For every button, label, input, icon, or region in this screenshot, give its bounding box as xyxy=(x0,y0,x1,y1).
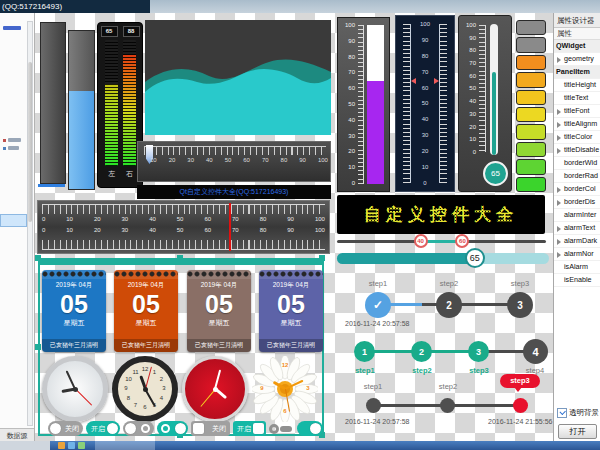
purple-bar-gauge: 1009080706050403020100 xyxy=(337,17,390,192)
calendar-widget: 2019年 04月 05 星期五 己亥猪年三月清明 xyxy=(114,270,178,352)
meter-ticks-right xyxy=(439,24,447,183)
property-row[interactable]: alarmNor xyxy=(554,248,600,261)
taskbar-app-icon[interactable] xyxy=(78,442,85,449)
property-row[interactable]: alarmText xyxy=(554,222,600,235)
scrollbar-thumb[interactable] xyxy=(28,62,32,222)
calendar-weekday: 星期五 xyxy=(114,318,178,328)
toggle-bar xyxy=(280,426,292,432)
step-label: step1 xyxy=(342,366,388,375)
battery-level-widget xyxy=(516,20,546,192)
selection-handle[interactable] xyxy=(35,255,41,261)
clock-center xyxy=(213,387,218,392)
list-item[interactable] xyxy=(8,138,21,142)
property-row[interactable]: titleHeight xyxy=(554,79,600,92)
step-dot[interactable] xyxy=(366,398,381,413)
meter-pointer-left-icon xyxy=(411,78,416,84)
step-circle[interactable]: 2 xyxy=(411,341,432,362)
property-row[interactable]: alarmDark xyxy=(554,235,600,248)
selection-handle[interactable] xyxy=(319,255,325,261)
step-circle-check[interactable]: ✓ xyxy=(365,292,391,318)
toggle-label: 开启 xyxy=(91,421,105,436)
toggle-key[interactable] xyxy=(269,424,293,434)
panel-title: 属性设计器 xyxy=(554,13,600,28)
progress-slider-fill xyxy=(337,253,475,264)
property-row[interactable]: borderWid xyxy=(554,157,600,170)
taskbar xyxy=(0,441,600,450)
ruler-ticks xyxy=(144,146,326,155)
step-dot[interactable] xyxy=(440,398,455,413)
thermometer-bulb: 65 xyxy=(483,161,508,186)
calendar-month: 2019年 04月 xyxy=(187,281,251,290)
calendar-month: 2019年 04月 xyxy=(42,281,106,290)
vu-column-right xyxy=(123,40,136,166)
calendar-spiral xyxy=(42,270,106,279)
calendar-spiral xyxy=(259,270,323,279)
property-row[interactable]: titleFont xyxy=(554,105,600,118)
vu-meter-values: 65 88 xyxy=(98,26,142,37)
property-column-header: 属性 xyxy=(554,28,600,40)
calendar-widget: 2019年 04月 05 星期五 己亥猪年三月清明 xyxy=(259,270,323,352)
range-slider-handle-high[interactable]: 60 xyxy=(455,234,469,248)
property-row[interactable]: isEnable xyxy=(554,274,600,287)
property-row[interactable]: geometry xyxy=(554,53,600,66)
selection-handle[interactable] xyxy=(177,255,183,261)
step-circle[interactable]: 4 xyxy=(523,339,548,364)
thermometer-scale: 1009080706050403020100 xyxy=(462,22,476,155)
vu-label-left: 左 xyxy=(105,169,118,179)
toggle-off-square[interactable]: 关闭 xyxy=(191,421,230,436)
list-item[interactable] xyxy=(8,146,19,150)
toggle-off-pill[interactable]: 关闭 xyxy=(48,421,83,436)
vu-value-right: 88 xyxy=(123,26,140,37)
list-item[interactable] xyxy=(3,26,21,30)
vu-column-left xyxy=(105,40,118,166)
property-row[interactable]: alarmInter xyxy=(554,209,600,222)
progress-slider-handle[interactable]: 65 xyxy=(465,248,485,268)
toggle-on-ring[interactable] xyxy=(157,421,188,436)
property-row[interactable]: titleAlignm xyxy=(554,118,600,131)
led-matrix-text: 自定义控件大全 xyxy=(364,203,518,226)
taskbar-app-icon[interactable] xyxy=(68,442,75,449)
property-row[interactable]: borderRad xyxy=(554,170,600,183)
step-circle[interactable]: 1 xyxy=(354,341,375,362)
toggle-label: 关闭 xyxy=(65,421,79,436)
taskbar-active-task[interactable] xyxy=(95,441,155,450)
property-row[interactable]: PanelItem xyxy=(554,66,600,79)
range-slider-handle-low[interactable]: 40 xyxy=(414,234,428,248)
property-row[interactable]: titleColor xyxy=(554,131,600,144)
ruler-ticks-bottom xyxy=(42,240,325,250)
property-row[interactable]: isAlarm xyxy=(554,261,600,274)
step-dot-active[interactable] xyxy=(513,398,528,413)
property-row[interactable]: titleDisable xyxy=(554,144,600,157)
window-titlebar: (QQ:517216493) xyxy=(0,0,600,13)
open-button[interactable]: 打开 xyxy=(558,424,597,439)
meter-ticks-left xyxy=(403,24,411,183)
property-designer-panel: 属性设计器 属性 QWidget geometry PanelItem titl… xyxy=(553,13,600,441)
toggle-on-square[interactable]: 开启 xyxy=(233,421,266,436)
property-row[interactable]: QWidget xyxy=(554,40,600,53)
toggle-knob xyxy=(193,423,204,434)
step-date: 2016-11-24 21:55:56 xyxy=(488,418,552,425)
property-row[interactable]: borderCol xyxy=(554,183,600,196)
datasource-tab[interactable]: 数据源 xyxy=(0,428,34,442)
list-item-selected[interactable] xyxy=(0,214,27,227)
step-circle[interactable]: 3 xyxy=(507,292,533,318)
step-label: step2 xyxy=(399,366,445,375)
transparent-background-checkbox[interactable]: 透明背景 xyxy=(557,408,599,418)
property-row[interactable]: borderDis xyxy=(554,196,600,209)
step-label: step2 xyxy=(429,279,469,288)
property-row[interactable]: titleText xyxy=(554,92,600,105)
taskbar-app-icon[interactable] xyxy=(58,442,65,449)
ruler-position-indicator[interactable] xyxy=(229,203,231,251)
selection-handle[interactable] xyxy=(35,344,41,350)
calendar-day: 05 xyxy=(114,290,178,318)
calendar-weekday: 星期五 xyxy=(42,318,106,328)
scrollbar[interactable] xyxy=(27,21,33,426)
toggle-on-small[interactable] xyxy=(297,421,323,436)
step-circle[interactable]: 3 xyxy=(468,341,489,362)
list-item-icon xyxy=(3,139,6,142)
toggle-on-pill[interactable]: 开启 xyxy=(86,421,120,436)
step-circle[interactable]: 2 xyxy=(436,292,462,318)
wave-chart xyxy=(145,20,331,135)
toggle-off-ring[interactable] xyxy=(123,421,154,436)
clock-center xyxy=(73,387,78,392)
